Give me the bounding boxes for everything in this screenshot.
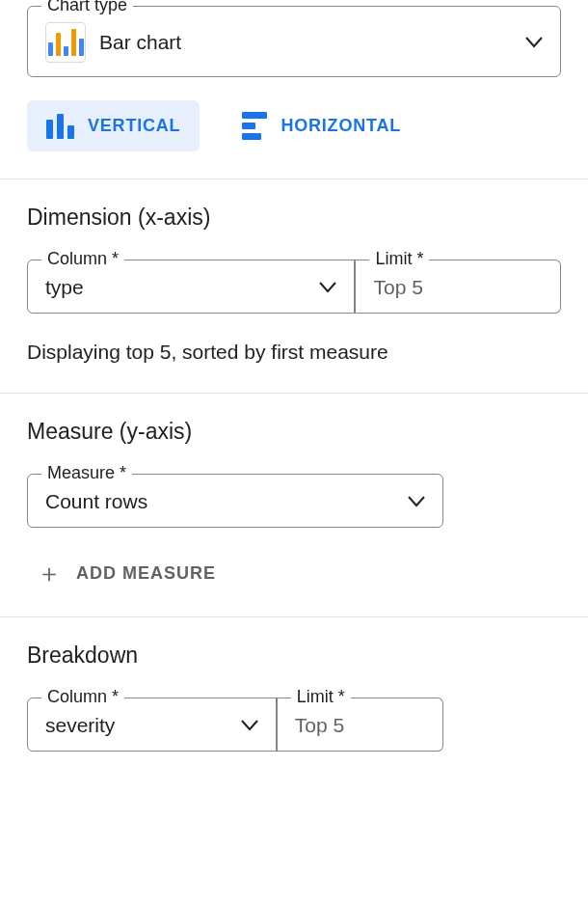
dimension-row: Column * type Limit * Top 5: [27, 260, 561, 314]
breakdown-column-select[interactable]: Column * severity: [27, 698, 277, 752]
breakdown-limit-value: Top 5: [295, 714, 344, 737]
breakdown-limit-label: Limit *: [291, 687, 351, 707]
measure-label: Measure *: [41, 463, 132, 483]
orientation-vertical-button[interactable]: VERTICAL: [27, 100, 200, 151]
orientation-horizontal-button[interactable]: HORIZONTAL: [223, 100, 420, 151]
chevron-down-icon: [241, 720, 258, 731]
bar-chart-icon: [45, 22, 86, 63]
chevron-down-icon: [319, 282, 336, 293]
breakdown-limit-input[interactable]: Limit * Top 5: [276, 698, 443, 752]
breakdown-column-value: severity: [45, 714, 115, 737]
chart-type-label: Chart type: [41, 0, 133, 15]
chart-type-select[interactable]: Chart type Bar chart: [27, 6, 561, 77]
dimension-limit-label: Limit *: [369, 249, 429, 269]
breakdown-row: Column * severity Limit * Top 5: [27, 698, 443, 752]
dimension-limit-input[interactable]: Limit * Top 5: [354, 260, 561, 314]
measure-section-title: Measure (y-axis): [27, 419, 561, 445]
dimension-limit-value: Top 5: [373, 276, 422, 299]
dimension-column-label: Column *: [41, 249, 124, 269]
chevron-down-icon: [525, 37, 543, 48]
measure-value: Count rows: [45, 490, 147, 513]
orientation-toggle: VERTICAL HORIZONTAL: [27, 100, 561, 178]
divider: [0, 393, 588, 394]
dimension-section-title: Dimension (x-axis): [27, 205, 561, 231]
vertical-bars-icon: [46, 114, 74, 139]
dimension-column-select[interactable]: Column * type: [27, 260, 355, 314]
dimension-column-value: type: [45, 276, 84, 299]
dimension-hint: Displaying top 5, sorted by first measur…: [27, 341, 561, 364]
divider: [0, 178, 588, 179]
plus-icon: ＋: [37, 561, 63, 586]
add-measure-label: ADD MEASURE: [76, 563, 216, 584]
orientation-horizontal-label: HORIZONTAL: [281, 116, 401, 136]
orientation-vertical-label: VERTICAL: [88, 116, 180, 136]
chart-type-value: Bar chart: [99, 31, 181, 54]
divider: [0, 616, 588, 617]
chevron-down-icon: [408, 496, 425, 507]
horizontal-bars-icon: [242, 112, 267, 140]
breakdown-section-title: Breakdown: [27, 643, 561, 669]
breakdown-column-label: Column *: [41, 687, 124, 707]
add-measure-button[interactable]: ＋ ADD MEASURE: [37, 561, 561, 586]
measure-select[interactable]: Measure * Count rows: [27, 474, 443, 528]
